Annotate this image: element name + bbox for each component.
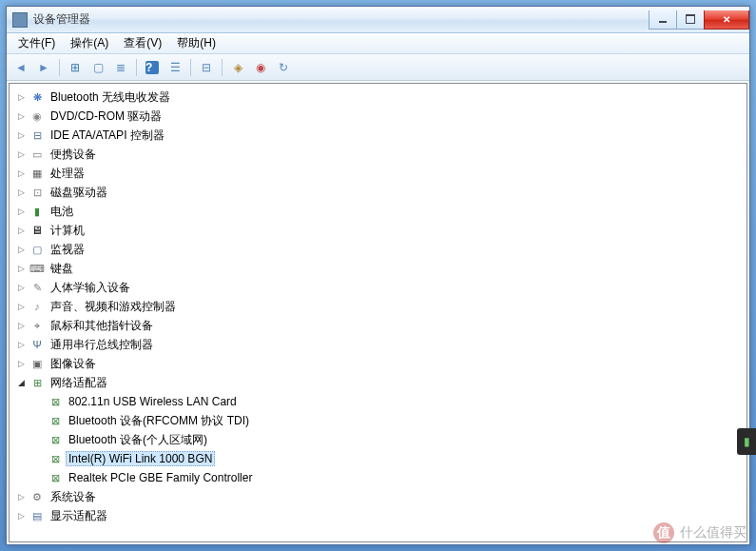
- node-label[interactable]: 网络适配器: [48, 374, 110, 392]
- maximize-button[interactable]: [676, 10, 705, 30]
- category-item[interactable]: ▷IDE ATA/ATAPI 控制器: [11, 126, 745, 145]
- expander-icon[interactable]: ▷: [13, 147, 29, 162]
- expander-icon[interactable]: ▷: [13, 89, 29, 105]
- tree-content[interactable]: ▷Bluetooth 无线电收发器▷DVD/CD-ROM 驱动器▷IDE ATA…: [9, 83, 747, 542]
- menu-view[interactable]: 查看(V): [116, 33, 169, 53]
- watermark: 值 什么值得买: [653, 522, 746, 543]
- snd-icon: [29, 299, 45, 314]
- node-label[interactable]: 便携设备: [48, 146, 99, 164]
- device-manager-window: 设备管理器 文件(F) 操作(A) 查看(V) 帮助(H) ▷Bluetooth…: [6, 6, 750, 545]
- category-item[interactable]: ▷声音、视频和游戏控制器: [11, 297, 745, 316]
- help-button[interactable]: [142, 57, 163, 78]
- node-label[interactable]: 802.11n USB Wireless LAN Card: [66, 394, 240, 409]
- back-button[interactable]: [10, 57, 31, 78]
- separator: [136, 59, 137, 76]
- expander-icon[interactable]: ▷: [13, 242, 29, 257]
- node-label[interactable]: 人体学输入设备: [48, 279, 133, 297]
- node-label[interactable]: 鼠标和其他指针设备: [48, 317, 156, 335]
- category-item[interactable]: ▷磁盘驱动器: [11, 183, 745, 202]
- node-label[interactable]: 图像设备: [48, 355, 99, 373]
- node-label[interactable]: 声音、视频和游戏控制器: [48, 298, 179, 316]
- kb-icon: [29, 261, 45, 276]
- node-label[interactable]: Bluetooth 设备(RFCOMM 协议 TDI): [66, 412, 252, 430]
- expander-icon[interactable]: ▷: [13, 128, 29, 143]
- category-item[interactable]: ▷Bluetooth 无线电收发器: [11, 88, 745, 107]
- node-label[interactable]: 监视器: [48, 241, 87, 259]
- category-item[interactable]: ▷DVD/CD-ROM 驱动器: [11, 107, 745, 126]
- expander-icon[interactable]: ▷: [13, 261, 29, 276]
- forward-button[interactable]: [33, 57, 54, 78]
- window-title: 设备管理器: [33, 11, 649, 28]
- menu-help[interactable]: 帮助(H): [169, 33, 223, 53]
- cpu-icon: [29, 166, 45, 181]
- expander-icon[interactable]: ▷: [13, 223, 29, 238]
- close-button[interactable]: [704, 10, 749, 30]
- node-label[interactable]: 磁盘驱动器: [48, 184, 110, 202]
- update-driver-button[interactable]: [227, 57, 248, 78]
- node-label[interactable]: 系统设备: [48, 488, 99, 506]
- category-item[interactable]: ▷计算机: [11, 221, 745, 240]
- item-properties-button[interactable]: [165, 57, 185, 78]
- netc-icon: [48, 432, 63, 447]
- expander-icon[interactable]: ▷: [13, 280, 29, 295]
- category-item[interactable]: ▷监视器: [11, 240, 745, 259]
- expander-icon[interactable]: ▷: [13, 337, 29, 352]
- device-item[interactable]: ▷Realtek PCIe GBE Family Controller: [29, 468, 745, 487]
- scan-hardware-button[interactable]: [196, 57, 217, 78]
- hid-icon: [29, 280, 45, 295]
- minimize-button[interactable]: [649, 10, 677, 30]
- category-item[interactable]: ▷鼠标和其他指针设备: [11, 316, 745, 335]
- device-item[interactable]: ▷Bluetooth 设备(个人区域网): [29, 430, 745, 449]
- category-item[interactable]: ▷图像设备: [11, 354, 745, 373]
- list-button[interactable]: [110, 57, 131, 78]
- port-icon: [29, 147, 45, 162]
- node-label[interactable]: IDE ATA/ATAPI 控制器: [48, 127, 167, 145]
- menu-file[interactable]: 文件(F): [10, 33, 63, 53]
- category-item[interactable]: ▷人体学输入设备: [11, 278, 745, 297]
- category-item[interactable]: ▷通用串行总线控制器: [11, 335, 745, 354]
- category-item[interactable]: ▷处理器: [11, 164, 745, 183]
- node-label[interactable]: Bluetooth 无线电收发器: [48, 89, 173, 107]
- menu-action[interactable]: 操作(A): [63, 33, 116, 53]
- app-icon: [12, 12, 28, 28]
- node-label[interactable]: DVD/CD-ROM 驱动器: [48, 108, 165, 126]
- node-label[interactable]: 电池: [48, 203, 76, 221]
- separator: [59, 59, 60, 76]
- category-item[interactable]: ▷电池: [11, 202, 745, 221]
- node-label[interactable]: Intel(R) WiFi Link 1000 BGN: [66, 451, 215, 466]
- device-item[interactable]: ▷802.11n USB Wireless LAN Card: [29, 392, 745, 411]
- refresh-button[interactable]: [273, 57, 294, 78]
- node-label[interactable]: 显示适配器: [48, 507, 110, 525]
- node-label[interactable]: 通用串行总线控制器: [48, 336, 156, 354]
- expander-icon[interactable]: ▷: [13, 299, 29, 314]
- battery-icon: ▮: [737, 428, 756, 455]
- sys-icon: [29, 489, 45, 504]
- device-item[interactable]: ▷Bluetooth 设备(RFCOMM 协议 TDI): [29, 411, 745, 430]
- uninstall-button[interactable]: [250, 57, 271, 78]
- device-item[interactable]: ▷Intel(R) WiFi Link 1000 BGN: [29, 449, 745, 468]
- show-hide-tree-button[interactable]: [65, 57, 86, 78]
- titlebar[interactable]: 设备管理器: [7, 7, 749, 33]
- window-buttons: [649, 10, 749, 30]
- expander-icon[interactable]: ▷: [13, 356, 29, 371]
- expander-icon[interactable]: ▷: [13, 166, 29, 181]
- node-label[interactable]: Bluetooth 设备(个人区域网): [66, 431, 210, 449]
- expander-icon[interactable]: ▷: [13, 108, 29, 124]
- netc-icon: [48, 451, 63, 466]
- expander-icon[interactable]: ▷: [13, 204, 29, 219]
- node-label[interactable]: 键盘: [48, 260, 76, 278]
- expander-icon[interactable]: ◢: [13, 375, 29, 390]
- category-item[interactable]: ◢网络适配器: [11, 373, 745, 392]
- expander-icon[interactable]: ▷: [13, 318, 29, 333]
- expander-icon[interactable]: ▷: [13, 489, 29, 504]
- category-item[interactable]: ▷键盘: [11, 259, 745, 278]
- node-label[interactable]: 处理器: [48, 165, 87, 183]
- expander-icon[interactable]: ▷: [13, 185, 29, 200]
- category-item[interactable]: ▷便携设备: [11, 145, 745, 164]
- expander-icon[interactable]: ▷: [13, 508, 29, 523]
- node-label[interactable]: 计算机: [48, 222, 87, 240]
- category-item[interactable]: ▷显示适配器: [11, 506, 745, 525]
- properties-button[interactable]: [87, 57, 108, 78]
- category-item[interactable]: ▷系统设备: [11, 487, 745, 506]
- node-label[interactable]: Realtek PCIe GBE Family Controller: [66, 470, 255, 485]
